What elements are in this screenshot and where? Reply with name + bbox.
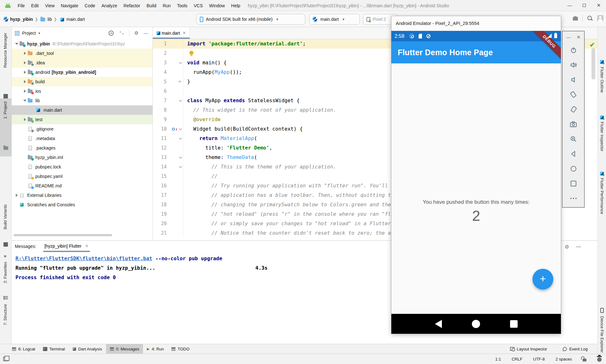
tool-window-button-event-log[interactable]: Event Log (559, 344, 591, 354)
tree-expand-arrow[interactable] (14, 194, 19, 197)
emulator-volume-up-button[interactable] (569, 61, 578, 69)
breadcrumb-file[interactable]: main.dart (67, 17, 85, 22)
gear-icon[interactable]: ⚙ (565, 244, 569, 250)
breadcrumb-project[interactable]: hyzp_yibin (10, 17, 33, 22)
tree-item-pubspec-yaml[interactable]: pubspec.yaml (12, 172, 152, 181)
locate-file-icon[interactable] (109, 31, 114, 36)
tree-expand-arrow[interactable] (22, 52, 27, 55)
fold-marker-icon[interactable] (178, 80, 181, 84)
tool-button-structure[interactable]: 7: Structure (3, 304, 8, 325)
tool-window-button-0-messages[interactable]: 0: Messages (106, 344, 143, 354)
menu-vcs[interactable]: VCS (191, 0, 206, 11)
tool-window-button-dart-analysis[interactable]: Dart Analysis (69, 344, 106, 354)
tool-window-button-terminal[interactable]: Terminal (39, 344, 69, 354)
run-configuration-dropdown[interactable]: main.dart ▼ (309, 14, 360, 25)
increment-fab-button[interactable]: + (532, 269, 553, 290)
nav-home-button[interactable] (472, 320, 480, 328)
tree-item-ios[interactable]: ios (12, 86, 152, 96)
tree-item--gitignore[interactable]: .gitignore (12, 124, 152, 134)
menu-file[interactable]: File (15, 0, 28, 11)
indent-setting[interactable]: 2 spaces (556, 357, 572, 361)
tree-item--packages[interactable]: .packages (12, 143, 152, 153)
tree-expand-arrow[interactable] (22, 80, 27, 83)
tree-item--idea[interactable]: .idea (12, 58, 152, 68)
emulator-screen[interactable]: 2:58 Flutter Demo Home Page DEBUG You ha… (391, 31, 561, 334)
tree-item--metadata[interactable]: .metadata (12, 134, 152, 143)
console-link[interactable]: R:\Flutter\FlutterSDK\flutter\bin\flutte… (15, 255, 152, 261)
override-marker-icon[interactable]: ↑ (172, 127, 178, 132)
horizontal-scrollbar[interactable] (14, 234, 112, 236)
tool-window-button-layout-inspector[interactable]: Layout Inspector (506, 344, 551, 354)
menu-view[interactable]: View (42, 0, 58, 11)
tree-item-test[interactable]: test (12, 115, 152, 124)
tool-window-button-6-logcat[interactable]: 6: Logcat (8, 344, 39, 354)
tool-button-build-variants[interactable]: Build Variants (3, 204, 8, 229)
tree-item-main-dart[interactable]: main.dart (12, 105, 152, 115)
emulator-rotate-right-button[interactable] (569, 105, 578, 114)
fold-marker-icon[interactable] (179, 137, 182, 140)
tool-window-button-todo[interactable]: TODO (168, 344, 193, 354)
tool-button-flutter-performance[interactable]: Flutter Performance (600, 178, 604, 214)
menu-analyze[interactable]: Analyze (98, 0, 121, 11)
tree-item-lib[interactable]: lib (12, 96, 152, 105)
line-ending[interactable]: CRLF (512, 357, 522, 361)
fold-marker-icon[interactable] (179, 127, 182, 130)
emulator-overview-button[interactable] (569, 179, 578, 188)
menu-tools[interactable]: Tools (174, 0, 191, 11)
menu-navigate[interactable]: Navigate (58, 0, 81, 11)
maximize-window-button[interactable] (577, 0, 591, 11)
menu-help[interactable]: Help (228, 0, 243, 11)
device-selector-dropdown[interactable]: Android SDK built for x86 (mobile) ▼ (196, 14, 305, 25)
hide-panel-icon[interactable]: — (144, 31, 148, 36)
tree-item-hyzp-yibin[interactable]: hyzp_yibinR:\FlutterProject\FlutterProje… (12, 39, 152, 49)
tree-item-build[interactable]: build (12, 77, 152, 86)
emulator-rotate-left-button[interactable] (569, 90, 578, 99)
editor-scrollbar[interactable] (591, 48, 595, 79)
project-view-selector[interactable]: Project (22, 31, 36, 36)
nav-overview-button[interactable] (510, 320, 518, 328)
menu-build[interactable]: Build (143, 0, 159, 11)
search-icon[interactable] (587, 15, 593, 21)
emulator-close-button[interactable]: ✕ (577, 34, 581, 40)
tool-button-favorites[interactable]: 2: Favorites (3, 262, 8, 283)
editor-tab-main-dart[interactable]: main.dart ✕ (153, 27, 190, 39)
tool-button-flutter-outline[interactable]: Flutter Outline (600, 67, 604, 93)
tool-button-resource-manager[interactable]: Resource Manager (3, 33, 8, 68)
menu-refactor[interactable]: Refactor (120, 0, 143, 11)
intention-bulb-icon[interactable] (189, 51, 193, 55)
inspection-profile-icon[interactable] (597, 357, 602, 362)
tool-window-button-4-run[interactable]: ▶4: Run (143, 344, 168, 354)
tool-button-device-file-explorer[interactable]: Device File Explorer (600, 316, 604, 353)
messages-tab-flutter[interactable]: [hyzp_yibin] Flutter ✕ (43, 241, 90, 252)
emulator-power-button[interactable] (569, 46, 578, 55)
fold-marker-icon[interactable] (179, 99, 182, 102)
encoding[interactable]: UTF-8 (533, 357, 545, 361)
tree-item-readme-md[interactable]: README.md (12, 181, 152, 191)
collapse-all-icon[interactable]: ⌃⌄ (119, 31, 124, 35)
emulator-volume-down-button[interactable] (569, 75, 578, 84)
tool-window-switcher-icon[interactable] (3, 357, 8, 361)
menu-code[interactable]: Code (81, 0, 98, 11)
menu-run[interactable]: Run (159, 0, 174, 11)
hide-panel-icon[interactable]: — (576, 244, 581, 250)
unlock-icon[interactable] (583, 359, 586, 361)
tree-expand-arrow[interactable] (22, 90, 27, 93)
tree-item-android[interactable]: android[hyzp_yibin_android] (12, 68, 152, 77)
close-tab-icon[interactable]: ✕ (85, 244, 89, 249)
emulator-window-title[interactable]: Android Emulator - Pixel_2_API_29:5554 (391, 16, 561, 31)
fold-marker-icon[interactable] (179, 165, 182, 168)
minimize-window-button[interactable]: — (562, 0, 577, 11)
caret-position[interactable]: 1:1 (495, 357, 501, 361)
tree-item--dart-tool[interactable]: .dart_tool (12, 49, 152, 58)
close-tab-icon[interactable]: ✕ (182, 31, 186, 35)
menu-edit[interactable]: Edit (28, 0, 42, 11)
tree-item-pubspec-lock[interactable]: pubspec.lock (12, 162, 152, 172)
tree-expand-arrow[interactable] (22, 100, 27, 102)
emulator-back-button[interactable] (569, 150, 578, 158)
tree-item-hyzp-yibin-iml[interactable]: hyzp_yibin.iml (12, 153, 152, 162)
emulator-camera-button[interactable] (569, 120, 578, 129)
emulator-zoom-button[interactable] (569, 135, 578, 144)
tree-expand-arrow[interactable] (22, 118, 27, 121)
tool-button-flutter-inspector[interactable]: Flutter Inspector (600, 122, 604, 151)
menu-window[interactable]: Window (206, 0, 228, 11)
